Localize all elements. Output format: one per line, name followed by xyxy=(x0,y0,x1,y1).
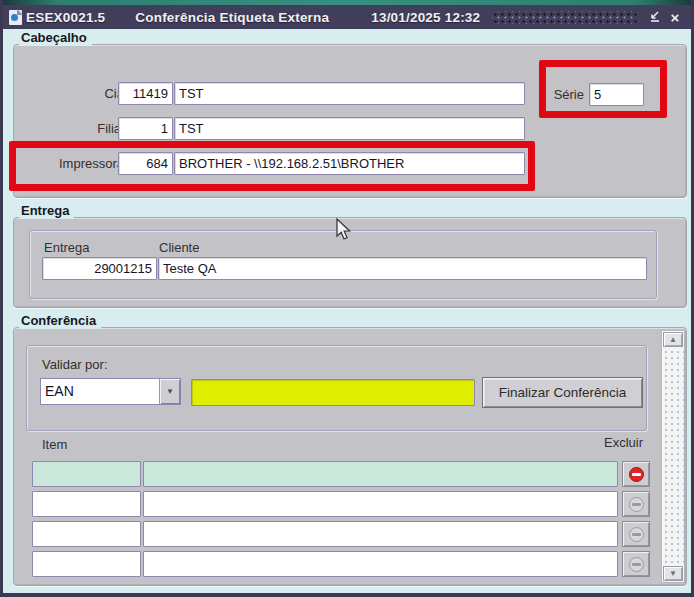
section-title-conferencia: Conferência xyxy=(19,313,101,329)
item-desc-cell[interactable] xyxy=(143,551,618,577)
delete-row-button[interactable] xyxy=(622,461,650,487)
serie-field[interactable] xyxy=(589,83,644,106)
window-title: Conferência Etiqueta Externa xyxy=(135,10,329,25)
filial-code-field[interactable] xyxy=(118,117,173,140)
item-desc-cell[interactable] xyxy=(143,521,618,547)
section-cabecalho: Cabeçalho Cia Série Filial Impressora xyxy=(13,44,687,198)
item-desc-cell[interactable] xyxy=(143,461,618,487)
entrega-column-label: Entrega xyxy=(44,240,90,255)
document-icon xyxy=(9,10,22,25)
item-desc-cell[interactable] xyxy=(143,491,618,517)
section-title-cabecalho: Cabeçalho xyxy=(19,30,92,46)
minus-circle-icon xyxy=(629,527,644,542)
minus-circle-icon xyxy=(629,497,644,512)
item-code-cell[interactable] xyxy=(32,551,141,577)
cliente-column-label: Cliente xyxy=(159,240,199,255)
scan-input[interactable] xyxy=(191,379,475,406)
title-bar: ESEX0021.5 Conferência Etiqueta Externa … xyxy=(3,5,691,29)
impressora-desc-field[interactable] xyxy=(174,152,525,175)
cia-desc-field[interactable] xyxy=(174,82,525,105)
excluir-header: Excluir xyxy=(604,435,643,450)
block-scrollbar[interactable]: ▲ ▼ xyxy=(661,330,685,583)
delete-row-button xyxy=(622,551,650,577)
window-datetime: 13/01/2025 12:32 xyxy=(371,10,480,25)
filial-desc-field[interactable] xyxy=(174,117,525,140)
chevron-down-icon[interactable]: ▼ xyxy=(159,379,180,404)
item-code-cell[interactable] xyxy=(32,461,141,487)
finalizar-conferencia-label: Finalizar Conferência xyxy=(499,385,627,400)
impressora-code-field[interactable] xyxy=(118,152,173,175)
window-top-accent xyxy=(3,0,691,5)
scroll-down-icon[interactable]: ▼ xyxy=(663,566,683,581)
item-code-cell[interactable] xyxy=(32,491,141,517)
app-code: ESEX0021.5 xyxy=(26,10,105,25)
scrollbar-track[interactable] xyxy=(662,348,684,565)
section-entrega: Entrega Entrega Cliente xyxy=(13,217,687,308)
impressora-label: Impressora xyxy=(59,156,124,171)
entrega-field[interactable] xyxy=(42,257,157,280)
titlebar-pattern xyxy=(492,11,637,24)
minus-circle-icon xyxy=(629,557,644,572)
validar-por-select[interactable]: EAN ▼ xyxy=(40,378,181,405)
minus-circle-icon xyxy=(629,467,644,482)
item-code-cell[interactable] xyxy=(32,521,141,547)
serie-label: Série xyxy=(554,87,584,102)
delete-row-button xyxy=(622,521,650,547)
delete-row-button xyxy=(622,491,650,517)
finalizar-conferencia-button[interactable]: Finalizar Conferência xyxy=(482,377,643,408)
section-conferencia: Conferência Validar por: EAN ▼ Finalizar… xyxy=(13,327,687,586)
validar-por-label: Validar por: xyxy=(42,357,108,372)
application-window: ESEX0021.5 Conferência Etiqueta Externa … xyxy=(0,0,694,597)
cia-code-field[interactable] xyxy=(118,82,173,105)
section-title-entrega: Entrega xyxy=(19,203,74,219)
validar-por-value: EAN xyxy=(41,379,159,404)
close-icon[interactable]: × xyxy=(667,9,683,25)
scroll-up-icon[interactable]: ▲ xyxy=(663,332,683,347)
item-header: Item xyxy=(42,437,67,452)
cliente-field[interactable] xyxy=(158,257,647,280)
minimize-icon[interactable] xyxy=(647,9,663,25)
